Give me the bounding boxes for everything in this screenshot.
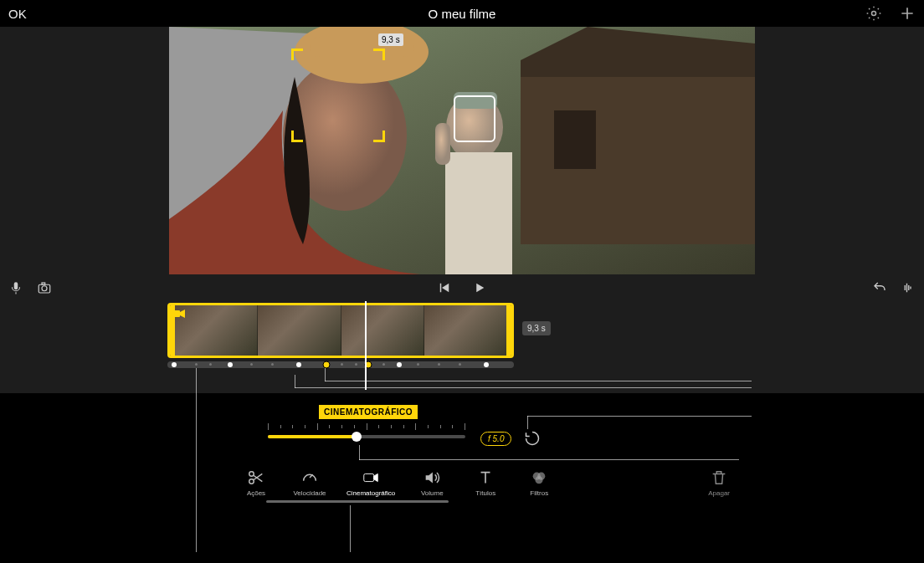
trash-icon (710, 468, 728, 487)
header-bar: OK O meu filme (0, 0, 924, 27)
mic-icon[interactable] (8, 280, 23, 295)
svg-rect-19 (172, 310, 180, 317)
plus-icon[interactable] (899, 5, 916, 22)
svg-marker-20 (180, 310, 185, 318)
guide-line (527, 416, 528, 429)
svg-point-22 (249, 479, 254, 484)
toolrow-scroll-indicator (266, 500, 449, 503)
guide-line (350, 505, 351, 552)
guide-line (359, 445, 360, 460)
thumb (424, 305, 506, 356)
svg-rect-3 (554, 110, 596, 169)
svg-marker-25 (426, 473, 433, 484)
svg-rect-15 (42, 283, 45, 284)
header-left: OK (8, 7, 27, 21)
svg-marker-17 (442, 284, 449, 293)
undo-icon[interactable] (872, 280, 887, 295)
svg-rect-23 (364, 473, 374, 481)
thumb (341, 305, 424, 356)
svg-rect-16 (440, 284, 442, 293)
duration-tag: 9,3 s (378, 33, 403, 46)
svg-point-14 (42, 286, 47, 291)
clip[interactable] (167, 303, 514, 358)
guide-line (359, 459, 739, 460)
tool-titles[interactable]: Títulos (469, 468, 502, 497)
svg-rect-12 (14, 282, 18, 289)
focus-box-secondary[interactable] (454, 95, 495, 142)
guide-line (325, 381, 752, 381)
delete-button[interactable]: Apagar (708, 468, 730, 497)
preview-frame[interactable]: 9,3 s (169, 27, 755, 274)
video-frame (169, 27, 755, 274)
guide-line (196, 368, 197, 552)
tool-row: Ações Velocidade Cinematográfico Volume … (239, 468, 556, 497)
guide-line (325, 368, 326, 381)
playback-bar (0, 274, 924, 301)
prev-frame-button[interactable] (437, 280, 452, 295)
speedometer-icon (300, 468, 319, 487)
preview-area: 9,3 s (0, 27, 924, 274)
tool-filters[interactable]: Filtros (522, 468, 556, 497)
project-title: O meu filme (0, 7, 924, 21)
playhead[interactable] (365, 301, 367, 390)
keyframe-track[interactable] (167, 361, 514, 368)
gear-icon[interactable] (865, 5, 882, 22)
clip-duration-label: 9,3 s (522, 321, 551, 335)
filters-icon (530, 468, 548, 487)
guide-line (295, 387, 752, 388)
header-right (865, 5, 916, 22)
camera-icon[interactable] (37, 280, 52, 295)
cinematic-badge-icon (172, 307, 185, 317)
timeline[interactable]: 9,3 s (0, 301, 924, 393)
guide-line (527, 416, 752, 417)
titles-icon (476, 468, 495, 487)
guide-line (295, 375, 295, 388)
tool-volume[interactable]: Volume (415, 468, 449, 497)
tool-speed[interactable]: Velocidade (293, 468, 326, 497)
cinematografico-panel: CINEMATOGRÁFICO f 5.0 Ações Velocidade C… (0, 393, 924, 563)
svg-point-0 (872, 12, 876, 16)
aperture-badge[interactable]: f 5.0 (480, 432, 511, 446)
svg-marker-24 (374, 473, 378, 481)
svg-point-21 (249, 472, 254, 477)
cinematografico-badge: CINEMATOGRÁFICO (319, 405, 418, 419)
svg-marker-18 (476, 284, 484, 293)
clip-handle-right[interactable] (506, 305, 511, 356)
svg-rect-10 (445, 152, 512, 274)
play-button[interactable] (472, 280, 487, 295)
ok-button[interactable]: OK (8, 7, 27, 21)
focus-box-primary[interactable] (291, 49, 385, 142)
tool-actions[interactable]: Ações (239, 468, 273, 497)
tool-cinematografico[interactable]: Cinematográfico (346, 468, 395, 497)
cinematografico-icon (362, 468, 380, 487)
svg-rect-11 (435, 123, 450, 165)
svg-point-28 (536, 476, 543, 484)
scissors-icon (247, 468, 265, 487)
volume-icon (423, 468, 441, 487)
thumb (257, 305, 340, 356)
waveform-icon[interactable] (901, 280, 916, 295)
reset-icon[interactable] (524, 430, 541, 447)
depth-slider[interactable] (268, 423, 465, 442)
thumb (175, 305, 257, 356)
